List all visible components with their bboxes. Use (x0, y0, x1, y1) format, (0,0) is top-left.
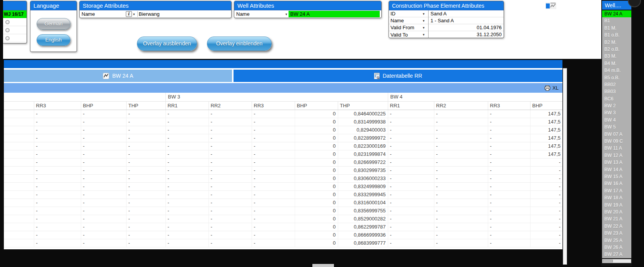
construction-row: Valid From▾01.04.1976 (389, 24, 504, 31)
well-list-item[interactable]: BW 24 A (602, 10, 631, 17)
well-list-item[interactable]: BW 22 A (602, 223, 631, 230)
tab-datentabelle-rr[interactable]: Datentabelle RR (234, 70, 562, 82)
table-cell: - (252, 174, 295, 182)
chevron-down-icon[interactable]: ▾ (284, 12, 289, 16)
well-list-item[interactable]: BW 16 A (602, 180, 631, 187)
excel-export-button[interactable]: XL (552, 85, 559, 91)
well-list-item[interactable]: B1 (602, 17, 631, 24)
table-cell: - (434, 134, 488, 142)
well-list-item[interactable]: BW 26 A (602, 244, 631, 251)
chevron-down-icon[interactable]: ▾ (423, 19, 428, 23)
well-list-item[interactable]: BC6 (602, 95, 631, 102)
chart-overlay-icon[interactable] (546, 2, 556, 9)
info-icon[interactable]: i (126, 11, 132, 17)
well-list-item[interactable]: BW 14 A (602, 166, 631, 173)
table-cell: 0,8228999972 (338, 134, 388, 142)
horizontal-scrollbar-thumb[interactable] (312, 264, 334, 267)
well-list-item[interactable]: BW 19 A (602, 202, 631, 209)
construction-row-value[interactable]: 31.12.2050 (428, 31, 504, 38)
table-row: ------00,8231999874---147,5 (4, 150, 562, 158)
well-list-item[interactable]: B4 m.B. (602, 67, 631, 74)
table-row: ------00,8314999938---147,5 (4, 118, 562, 126)
well-list-item[interactable]: BW 13 A (602, 159, 631, 166)
table-cell: 0 (295, 126, 338, 134)
table-group-header-row: BW 3BW 4 (4, 93, 562, 101)
construction-row-value[interactable]: 1 - Sand A (428, 17, 504, 24)
vertical-scrollbar[interactable] (563, 68, 567, 265)
well-list-item[interactable]: BB02 (602, 81, 631, 88)
german-button[interactable]: German (37, 18, 70, 30)
chevron-down-icon[interactable]: ▾ (132, 12, 136, 16)
well-name-value[interactable]: BW 24 A (289, 11, 380, 17)
table-cell: 0 (295, 142, 338, 150)
well-list-item[interactable]: BW 27 A (602, 251, 631, 258)
sidebar-scrollbar-thumb[interactable] (603, 260, 613, 262)
table-cell: - (434, 215, 488, 223)
well-list-item[interactable]: B2 o.B. (602, 46, 631, 53)
table-cell: - (165, 158, 209, 166)
well-list-item[interactable]: BW 3 (602, 109, 631, 116)
radio-button[interactable] (5, 36, 10, 40)
english-button[interactable]: English (37, 34, 70, 46)
season-panel-header (3, 1, 27, 10)
overlay-show-button[interactable]: Overlay einblenden (207, 37, 272, 51)
table-cell: - (488, 134, 530, 142)
well-list-item[interactable]: B1 M. (602, 25, 631, 32)
overlay-hide-button[interactable]: Overlay ausblenden (137, 37, 197, 51)
well-list-item[interactable]: B1 o.B. (602, 32, 631, 38)
well-list-item[interactable]: BW 20 A (602, 209, 631, 215)
table-cell (4, 110, 34, 118)
table-row: ------00,8316000104---- (4, 199, 562, 207)
construction-row-value[interactable]: 01.04.1976 (428, 24, 504, 31)
well-list-item[interactable]: BW 5 (602, 123, 631, 130)
table-cell: 0,8266999722 (338, 158, 388, 166)
radio-button[interactable] (5, 20, 10, 24)
radio-button[interactable] (5, 28, 10, 32)
column-header-cell: RR1 (165, 101, 209, 110)
well-list-item[interactable]: BW 21 A (602, 215, 631, 222)
tab-bw24a[interactable]: BW 24 A (4, 70, 232, 82)
construction-phase-panel: Construction Phase Element Attributes ID… (389, 1, 504, 38)
chevron-down-icon[interactable]: ▾ (423, 12, 428, 16)
chevron-down-icon[interactable]: ▾ (423, 33, 428, 37)
well-list-item[interactable]: BW 07 A (602, 131, 631, 138)
well-list-item[interactable]: B3 M. (602, 53, 631, 60)
table-cell: - (530, 166, 562, 174)
tab-bw24a-label: BW 24 A (112, 73, 133, 79)
well-list-item[interactable]: BW 17 A (602, 187, 631, 194)
well-list-item[interactable]: BW 15 A (602, 173, 631, 180)
well-list-item[interactable]: BB03 (602, 88, 631, 95)
table-cell: - (530, 231, 562, 239)
construction-rows: ID▾Sand AName▾1 - Sand AValid From▾01.04… (389, 10, 504, 38)
sidebar-scrollbar[interactable] (602, 259, 631, 263)
table-cell: - (165, 150, 209, 158)
chevron-down-icon[interactable]: ▾ (423, 26, 428, 30)
table-row: ------00,8228999972---147,5 (4, 134, 562, 142)
table-cell: - (81, 158, 126, 166)
group-header-cell: BW 3 (165, 93, 388, 101)
well-list-item[interactable]: B4 M. (602, 60, 631, 67)
well-list-item[interactable]: BW 09 C (602, 138, 631, 145)
table-row: ------00,8306000233---- (4, 174, 562, 182)
well-list-item[interactable]: BW 18 A (602, 194, 631, 201)
well-list-item[interactable]: BW 4 (602, 117, 631, 123)
construction-row-value[interactable]: Sand A (428, 10, 504, 17)
table-cell: 0,8316000104 (338, 199, 388, 207)
well-list-item[interactable]: BW 12 A (602, 152, 631, 159)
printer-icon[interactable] (544, 85, 551, 91)
well-sidebar-title: Well.... (602, 1, 631, 10)
table-cell: - (388, 199, 434, 207)
table-cell: - (434, 126, 488, 134)
well-list-item[interactable]: BW 25 A (602, 237, 631, 244)
table-cell: 0,8529000282 (338, 215, 388, 223)
well-list-item[interactable]: B2 M. (602, 39, 631, 46)
storage-name-value[interactable]: Bierwang (139, 11, 160, 17)
well-list-item[interactable]: BW 23 A (602, 230, 631, 237)
table-cell: 0 (295, 231, 338, 239)
storage-attributes-panel: Storage Attributes Name i ▾ Bierwang (79, 1, 232, 18)
table-cell: - (209, 110, 252, 118)
well-list-item[interactable]: BW 2 (602, 102, 631, 109)
well-list-item[interactable]: BW 11 A (602, 145, 631, 152)
well-list-item[interactable]: B5 o.B. (602, 74, 631, 81)
table-cell: - (488, 174, 530, 182)
